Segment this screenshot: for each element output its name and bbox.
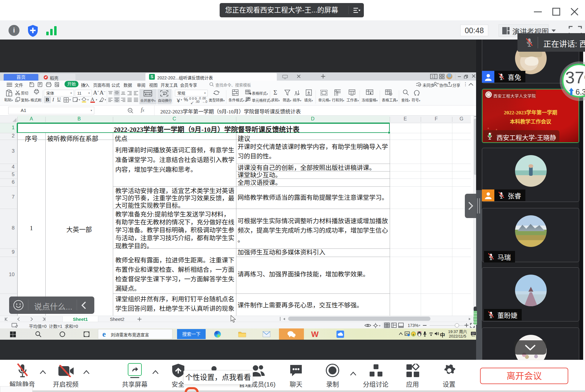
svg-text:1: 1 [432,75,434,79]
